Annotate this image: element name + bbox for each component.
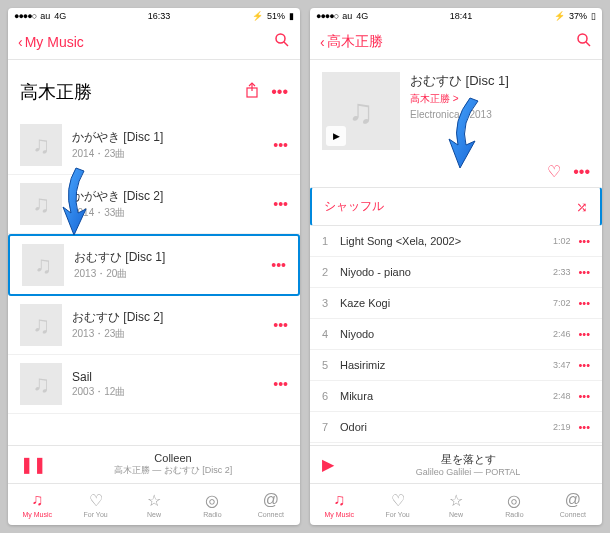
tab-connect[interactable]: @Connect	[544, 484, 602, 525]
album-title: おむすひ [Disc 2]	[72, 309, 273, 326]
now-playing-bar[interactable]: ▶ 星を落とすGalileo Galilei — PORTAL	[310, 445, 602, 483]
album-meta: 2013・23曲	[72, 327, 273, 341]
share-icon[interactable]	[245, 82, 259, 102]
star-icon: ☆	[447, 491, 465, 509]
music-note-icon: ♫	[32, 311, 50, 339]
play-button[interactable]: ▶	[326, 126, 346, 146]
album-row-highlighted[interactable]: ♫ おむすひ [Disc 1]2013・20曲 •••	[8, 234, 300, 296]
phone-right: ●●●●○ au 4G 18:41 ⚡ 37% ▯ ‹ 高木正勝 ♫ ▶ おむす…	[310, 8, 602, 525]
tab-radio[interactable]: ◎Radio	[485, 484, 543, 525]
tab-radio[interactable]: ◎Radio	[183, 484, 241, 525]
detail-meta: Electronica・2013	[410, 108, 590, 122]
chevron-left-icon: ‹	[18, 34, 23, 50]
detail-title: おむすひ [Disc 1]	[410, 72, 590, 90]
music-note-icon: ♫	[32, 370, 50, 398]
np-title: 星を落とす	[346, 452, 590, 467]
track-row[interactable]: 1Light Song <Xela, 2002>1:02•••	[310, 226, 602, 257]
track-row[interactable]: 6Mikura2:48•••	[310, 381, 602, 412]
tab-new[interactable]: ☆New	[125, 484, 183, 525]
time-label: 18:41	[450, 11, 473, 21]
carrier-label: au	[40, 11, 50, 21]
tab-label: My Music	[324, 511, 354, 518]
signal-dots-icon: ●●●●○	[14, 11, 36, 21]
pause-icon[interactable]: ❚❚	[20, 455, 46, 474]
track-row[interactable]: 4Niyodo2:46•••	[310, 319, 602, 350]
shuffle-icon: ⤮	[576, 199, 588, 215]
back-button[interactable]: ‹ My Music	[18, 34, 84, 50]
tab-connect[interactable]: @Connect	[242, 484, 300, 525]
track-row[interactable]: 5Hasirimiz3:47•••	[310, 350, 602, 381]
network-label: 4G	[356, 11, 368, 21]
tab-for-you[interactable]: ♡For You	[368, 484, 426, 525]
more-icon[interactable]: •••	[273, 137, 288, 153]
heart-icon: ♡	[87, 491, 105, 509]
connect-icon: @	[564, 491, 582, 509]
more-icon[interactable]: •••	[578, 390, 590, 402]
track-num: 3	[322, 297, 340, 309]
album-row[interactable]: ♫ かがやき [Disc 1]2014・23曲 •••	[8, 116, 300, 175]
play-icon[interactable]: ▶	[322, 455, 334, 474]
track-row[interactable]: 2Niyodo - piano2:33•••	[310, 257, 602, 288]
more-icon[interactable]: •••	[578, 297, 590, 309]
now-playing-bar[interactable]: ❚❚ Colleen高木正勝 — おむすひ [Disc 2]	[8, 445, 300, 483]
more-icon[interactable]: •••	[273, 376, 288, 392]
tab-new[interactable]: ☆New	[427, 484, 485, 525]
network-label: 4G	[54, 11, 66, 21]
album-art-large[interactable]: ♫ ▶	[322, 72, 400, 150]
more-icon[interactable]: •••	[578, 235, 590, 247]
track-list: 1Light Song <Xela, 2002>1:02••• 2Niyodo …	[310, 226, 602, 445]
more-icon[interactable]: •••	[271, 83, 288, 101]
tab-for-you[interactable]: ♡For You	[66, 484, 124, 525]
album-row[interactable]: ♫ Sail2003・12曲 •••	[8, 355, 300, 414]
track-row[interactable]: 7Odori2:19•••	[310, 412, 602, 443]
track-num: 1	[322, 235, 340, 247]
track-num: 6	[322, 390, 340, 402]
tab-label: My Music	[22, 511, 52, 518]
album-art: ♫	[20, 183, 62, 225]
more-icon[interactable]: •••	[273, 317, 288, 333]
album-title: Sail	[72, 370, 273, 384]
radio-icon: ◎	[203, 491, 221, 509]
more-icon[interactable]: •••	[573, 163, 590, 181]
music-note-icon: ♫	[32, 131, 50, 159]
battery-icon: ▯	[591, 11, 596, 21]
carrier-label: au	[342, 11, 352, 21]
more-icon[interactable]: •••	[271, 257, 286, 273]
tab-bar: ♫My Music ♡For You ☆New ◎Radio @Connect	[8, 483, 300, 525]
search-icon[interactable]	[576, 32, 592, 52]
album-row[interactable]: ♫ おむすひ [Disc 2]2013・23曲 •••	[8, 296, 300, 355]
album-title: おむすひ [Disc 1]	[74, 249, 271, 266]
nav-bar: ‹ My Music	[8, 24, 300, 60]
music-note-icon: ♫	[330, 491, 348, 509]
tab-label: Radio	[203, 511, 221, 518]
heart-icon[interactable]: ♡	[547, 162, 561, 181]
connect-icon: @	[262, 491, 280, 509]
music-note-icon: ♫	[32, 190, 50, 218]
time-label: 16:33	[148, 11, 171, 21]
track-title: Light Song <Xela, 2002>	[340, 235, 553, 247]
bluetooth-icon: ⚡	[252, 11, 263, 21]
tab-label: For You	[386, 511, 410, 518]
search-icon[interactable]	[274, 32, 290, 52]
more-icon[interactable]: •••	[273, 196, 288, 212]
album-art: ♫	[20, 304, 62, 346]
album-art: ♫	[20, 124, 62, 166]
tab-my-music[interactable]: ♫My Music	[310, 484, 368, 525]
album-row[interactable]: ♫ かがやき [Disc 2]2014・33曲 •••	[8, 175, 300, 234]
album-art: ♫	[22, 244, 64, 286]
back-button[interactable]: ‹ 高木正勝	[320, 33, 383, 51]
svg-line-5	[586, 42, 590, 46]
heart-icon: ♡	[389, 491, 407, 509]
detail-artist-link[interactable]: 高木正勝 >	[410, 92, 590, 106]
shuffle-button[interactable]: シャッフル ⤮	[310, 187, 602, 226]
tab-my-music[interactable]: ♫My Music	[8, 484, 66, 525]
more-icon[interactable]: •••	[578, 421, 590, 433]
tab-label: Connect	[258, 511, 284, 518]
status-bar: ●●●●○ au 4G 16:33 ⚡ 51% ▮	[8, 8, 300, 24]
more-icon[interactable]: •••	[578, 328, 590, 340]
nav-bar: ‹ 高木正勝	[310, 24, 602, 60]
more-icon[interactable]: •••	[578, 359, 590, 371]
more-icon[interactable]: •••	[578, 266, 590, 278]
track-row[interactable]: 3Kaze Kogi7:02•••	[310, 288, 602, 319]
track-title: Mikura	[340, 390, 553, 402]
